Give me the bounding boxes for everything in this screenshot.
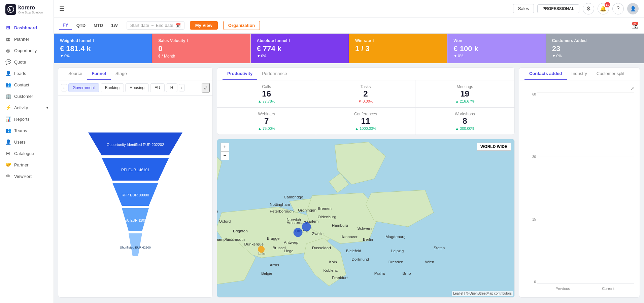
content-area: FY QTD MTD 1W Start date ~ End date 📅 My… [54,17,644,303]
sidebar-item-dashboard[interactable]: ⊞ Dashboard [0,22,54,33]
tab-contacts-added[interactable]: Contacts added [524,68,567,80]
sidebar-item-customer[interactable]: 🏢 Customer [0,90,54,102]
sales-button[interactable]: Sales [513,4,534,13]
sidebar-item-leads[interactable]: 👤 Leads [0,68,54,79]
down-arrow-icon-ca: ▼ [552,54,556,58]
main-area: ☰ Sales PROFESSIONAL ⚙ 🔔 11 ? 👤 FY [54,0,644,303]
user-avatar[interactable]: 👤 [627,3,639,14]
opportunity-icon: ◎ [5,48,11,53]
y-axis: 60 30 15 0 [524,92,536,284]
calendar-right-icon[interactable]: 📆 [631,22,639,29]
customer-icon: 🏢 [5,93,11,99]
prod-conferences-change: ▲ 1000.00% [321,126,409,130]
svg-text:Brighton: Brighton [233,229,248,233]
organization-button[interactable]: Organization [223,21,260,30]
worldwide-label[interactable]: WORLD WIDE [477,143,511,151]
prod-tasks-label: Tasks [321,84,409,89]
zoom-in-button[interactable]: + [221,143,229,151]
kpi-absolute-funnel-change: ▼ 0% [257,54,343,58]
y-label-15: 15 [524,218,536,221]
period-buttons: FY QTD MTD 1W [59,21,121,30]
seg-housing[interactable]: Housing [125,83,149,92]
svg-text:Stettin: Stettin [434,245,445,250]
prod-conferences: Conferences 11 ▲ 1000.00% [316,108,415,135]
map-placeholder: Sheffield Liverpool Birmingham London Ca… [217,139,514,297]
period-mtd[interactable]: MTD [90,21,106,30]
sidebar-item-users[interactable]: 👤 Users [0,136,54,148]
kpi-won-title: Won [453,38,539,43]
period-1w[interactable]: 1W [108,21,121,30]
y-label-0: 0 [524,280,536,284]
app-name: korero [18,5,43,11]
sidebar-label-teams: Teams [14,128,27,133]
seg-government[interactable]: Government [68,83,99,92]
sidebar-label-dashboard: Dashboard [14,25,37,30]
leads-icon: 👤 [5,71,11,76]
tab-performance[interactable]: Performance [257,68,292,80]
svg-text:Leipzig: Leipzig [391,249,404,253]
seg-banking[interactable]: Banking [101,83,124,92]
zoom-out-button[interactable]: − [221,151,229,160]
kpi-weighted-funnel-title: Weighted funnel ℹ [60,38,146,43]
hamburger-icon[interactable]: ☰ [59,5,65,12]
svg-text:Oldenburg: Oldenburg [318,215,336,219]
sidebar-item-reports[interactable]: 📊 Reports [0,113,54,125]
sidebar-item-opportunity[interactable]: ◎ Opportunity [0,45,54,56]
sidebar-item-teams[interactable]: 👥 Teams [0,125,54,136]
contacts-panel: Contacts added Industry Customer split ⤢… [519,67,640,298]
bar-chart-container: 60 30 15 0 [524,92,634,292]
tab-funnel[interactable]: Funnel [87,68,111,80]
seg-h[interactable]: H [166,83,178,92]
sidebar-label-catalogue: Catalogue [14,151,34,156]
notifications-button[interactable]: 🔔 11 [598,3,609,14]
help-button[interactable]: ? [612,3,624,14]
date-range-input[interactable]: Start date ~ End date 📅 [127,21,184,30]
professional-button[interactable]: PROFESSIONAL [537,4,579,13]
svg-point-51 [258,246,265,253]
nav-menu: ⊞ Dashboard ▦ Planner ◎ Opportunity 💬 Qu… [0,19,54,303]
partner-icon: 🤝 [5,162,11,167]
info-icon-wf[interactable]: ℹ [93,39,94,43]
sidebar-label-reports: Reports [14,117,30,122]
svg-text:Bremen: Bremen [318,206,332,211]
prod-tasks-change: ▼ 0.00% [321,99,409,103]
tab-industry[interactable]: Industry [567,68,592,80]
filter-bar: FY QTD MTD 1W Start date ~ End date 📅 My… [54,17,644,34]
sidebar-item-planner[interactable]: ▦ Planner [0,33,54,45]
info-icon-wr[interactable]: ℹ [372,39,374,43]
sidebar-item-activity[interactable]: ⚡ Activity ▾ [0,102,54,113]
svg-text:Bielefeld: Bielefeld [346,249,361,253]
prod-webinars: Webinars 7 ▲ 75.00% [217,108,316,135]
tab-customer-split[interactable]: Customer split [592,68,629,80]
tab-source[interactable]: Source [64,68,87,80]
segment-next-arrow[interactable]: › [179,84,185,91]
sidebar-item-contact[interactable]: 👥 Contact [0,79,54,90]
svg-text:Nottingham: Nottingham [270,202,290,206]
kpi-absolute-funnel-value: € 774 k [257,44,343,53]
kpi-customers-value: 23 [552,44,638,53]
settings-button[interactable]: ⚙ [583,3,594,14]
chart-expand-icon[interactable]: ⤢ [630,86,634,91]
sidebar-item-viewport[interactable]: 👁 ViewPort [0,171,54,182]
info-icon-sv[interactable]: ℹ [187,39,188,43]
tab-stage[interactable]: Stage [111,68,132,80]
y-label-60: 60 [524,92,536,96]
expand-icon[interactable]: ⤢ [202,83,210,92]
kpi-weighted-funnel: Weighted funnel ℹ € 181.4 k ▼ 0% [54,34,152,63]
my-view-button[interactable]: My View [190,21,218,30]
svg-text:Berlin: Berlin [363,237,373,241]
period-fy[interactable]: FY [59,21,72,30]
map-svg: Sheffield Liverpool Birmingham London Ca… [217,139,514,297]
svg-text:Wien: Wien [425,260,434,264]
logo-text-area: korero One Stop Solution [18,5,43,14]
sidebar-item-quote[interactable]: 💬 Quote [0,56,54,68]
svg-text:Dortmund: Dortmund [352,257,369,261]
sidebar-item-partner[interactable]: 🤝 Partner [0,159,54,171]
seg-eu[interactable]: EU [150,83,165,92]
period-qtd[interactable]: QTD [73,21,89,30]
funnel-svg: Opportunity Identified EUR 202202 RFI EU… [81,132,189,260]
tab-productivity[interactable]: Productivity [223,68,257,80]
info-icon-af[interactable]: ℹ [289,39,290,43]
sidebar-item-catalogue[interactable]: ⊞ Catalogue [0,148,54,159]
segment-prev-arrow[interactable]: ‹ [61,84,67,91]
